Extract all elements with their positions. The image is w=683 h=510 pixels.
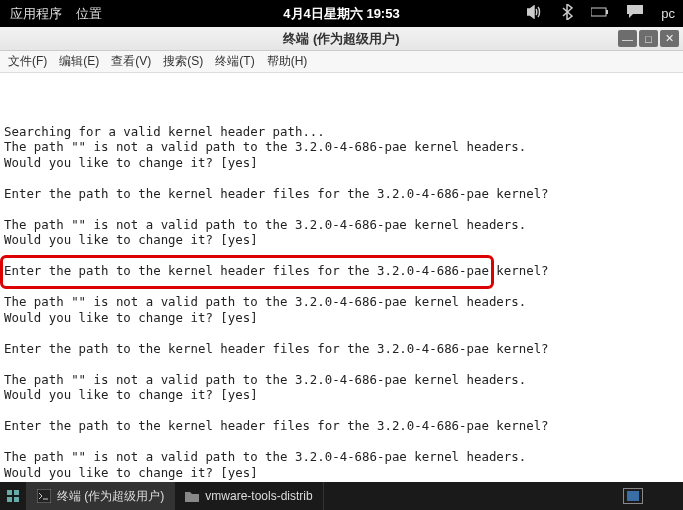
maximize-button[interactable]: □ [639,30,658,47]
svg-rect-6 [37,489,51,503]
terminal-line [4,248,679,264]
terminal-line: Enter the path to the kernel header file… [4,263,679,279]
chat-icon[interactable] [627,5,643,22]
terminal-line: Would you like to change it? [yes] [4,465,679,481]
terminal-line: The path "" is not a valid path to the 3… [4,449,679,465]
svg-rect-3 [14,490,19,495]
menu-help[interactable]: 帮助(H) [267,53,308,70]
terminal-line [4,480,679,481]
terminal-line: Would you like to change it? [yes] [4,232,679,248]
menu-view[interactable]: 查看(V) [111,53,151,70]
svg-rect-4 [7,497,12,502]
terminal-line [4,170,679,186]
folder-icon [185,489,199,503]
task-terminal[interactable]: 终端 (作为超级用户) [27,482,175,510]
taskbar: 终端 (作为超级用户) vmware-tools-distrib [0,482,683,510]
svg-rect-7 [627,491,639,501]
svg-rect-1 [606,10,608,14]
window-title: 终端 (作为超级用户) [283,30,399,48]
task-files-label: vmware-tools-distrib [205,489,312,503]
terminal-line: The path "" is not a valid path to the 3… [4,217,679,233]
menu-places[interactable]: 位置 [76,5,102,23]
task-files[interactable]: vmware-tools-distrib [175,482,323,510]
terminal-line [4,434,679,450]
desktop-icon [6,489,20,503]
terminal-line [4,403,679,419]
terminal-line: Would you like to change it? [yes] [4,387,679,403]
clock[interactable]: 4月4日星期六 19:53 [283,5,399,23]
menu-terminal[interactable]: 终端(T) [215,53,254,70]
terminal-line: Searching for a valid kernel header path… [4,124,679,140]
terminal-line: The path "" is not a valid path to the 3… [4,372,679,388]
task-terminal-label: 终端 (作为超级用户) [57,488,164,505]
terminal-line [4,325,679,341]
terminal-line: Would you like to change it? [yes] [4,155,679,171]
terminal-line: Enter the path to the kernel header file… [4,186,679,202]
menubar: 文件(F) 编辑(E) 查看(V) 搜索(S) 终端(T) 帮助(H) [0,51,683,73]
terminal-line: The path "" is not a valid path to the 3… [4,294,679,310]
terminal-output[interactable]: Searching for a valid kernel header path… [0,73,683,481]
workspace-icon [627,491,639,501]
show-desktop-button[interactable] [0,482,27,510]
menu-edit[interactable]: 编辑(E) [59,53,99,70]
window-titlebar[interactable]: 终端 (作为超级用户) — □ ✕ [0,27,683,51]
terminal-icon [37,489,51,503]
menu-applications[interactable]: 应用程序 [10,5,62,23]
close-button[interactable]: ✕ [660,30,679,47]
top-panel: 应用程序 位置 4月4日星期六 19:53 pc [0,0,683,27]
volume-icon[interactable] [527,5,543,22]
minimize-button[interactable]: — [618,30,637,47]
svg-rect-5 [14,497,19,502]
terminal-line: The path "" is not a valid path to the 3… [4,139,679,155]
terminal-line: Enter the path to the kernel header file… [4,341,679,357]
terminal-line [4,279,679,295]
svg-rect-0 [591,8,606,16]
terminal-line [4,201,679,217]
tray-workspace[interactable] [623,488,643,504]
bluetooth-icon[interactable] [561,4,573,23]
user-label[interactable]: pc [661,6,675,21]
menu-search[interactable]: 搜索(S) [163,53,203,70]
terminal-line [4,356,679,372]
terminal-line: Would you like to change it? [yes] [4,310,679,326]
terminal-line: Enter the path to the kernel header file… [4,418,679,434]
svg-rect-2 [7,490,12,495]
battery-icon[interactable] [591,6,609,21]
menu-file[interactable]: 文件(F) [8,53,47,70]
terminal-line [4,108,679,124]
